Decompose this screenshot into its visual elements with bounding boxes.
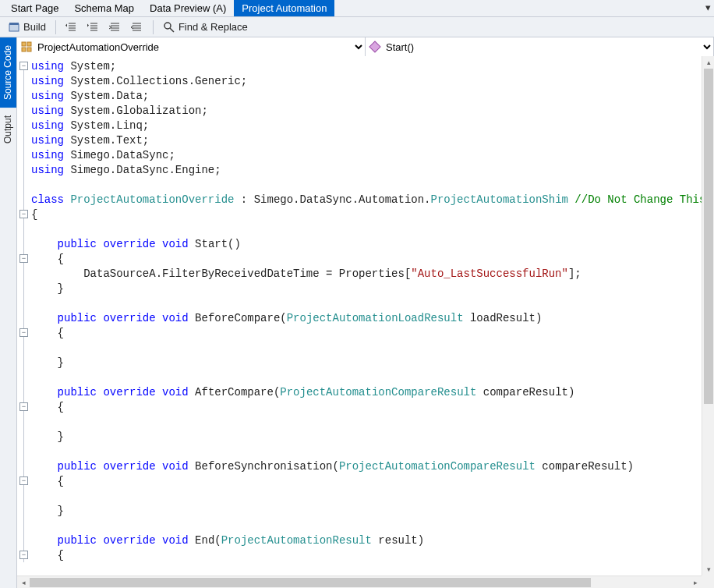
code-line[interactable]: { xyxy=(31,474,702,489)
svg-point-2 xyxy=(164,23,171,29)
class-dropdown-wrap: ProjectAutomationOverride xyxy=(17,37,366,55)
fold-toggle[interactable]: − xyxy=(19,476,28,485)
vertical-scrollbar[interactable]: ▴ ▾ xyxy=(702,56,714,576)
code-line[interactable]: using Simego.DataSync; xyxy=(31,148,702,163)
uncomment-button[interactable] xyxy=(128,19,147,35)
scroll-corner xyxy=(702,576,714,588)
horizontal-scrollbar[interactable]: ◂ ▸ xyxy=(17,576,702,588)
code-line[interactable]: } xyxy=(31,282,702,296)
member-dropdown[interactable]: Start() xyxy=(366,37,714,56)
tabstrip-spacer xyxy=(334,0,702,16)
fold-toggle[interactable]: − xyxy=(19,328,28,337)
toolbar-sep-2 xyxy=(153,20,154,34)
tab-project-automation[interactable]: Project Automation xyxy=(234,0,334,16)
indent-decrease-button[interactable] xyxy=(62,19,81,35)
code-line[interactable]: { xyxy=(31,252,702,267)
svg-rect-0 xyxy=(9,24,19,31)
search-icon xyxy=(163,21,175,34)
tabstrip-overflow-button[interactable]: ▾ xyxy=(702,0,714,16)
code-line[interactable]: public override void BeforeSynchronisati… xyxy=(31,459,702,474)
scroll-up-button[interactable]: ▴ xyxy=(702,56,714,69)
comment-button[interactable] xyxy=(106,19,125,35)
code-line[interactable]: public override void Start() xyxy=(31,237,702,252)
code-line[interactable] xyxy=(31,519,702,533)
svg-rect-1 xyxy=(9,23,19,25)
code-line[interactable] xyxy=(31,370,702,385)
code-line[interactable]: } xyxy=(31,430,702,445)
top-tabstrip: Start Page Schema Map Data Preview (A) P… xyxy=(0,0,714,17)
side-tab-source-code[interactable]: Source Code xyxy=(0,37,16,108)
navigation-bar: ProjectAutomationOverride Start() xyxy=(17,37,714,56)
side-tab-output[interactable]: Output xyxy=(0,108,16,151)
build-label: Build xyxy=(23,20,46,34)
fold-gutter: −−−−−−− xyxy=(17,56,31,576)
find-replace-button[interactable]: Find & Replace xyxy=(160,19,251,36)
fold-toggle[interactable]: − xyxy=(19,254,28,263)
code-line[interactable]: using System.Linq; xyxy=(31,119,702,133)
code-text-area[interactable]: using System;using System.Collections.Ge… xyxy=(31,56,702,576)
code-line[interactable] xyxy=(31,296,702,311)
comment-icon xyxy=(109,21,122,34)
scroll-right-button[interactable]: ▸ xyxy=(689,576,702,588)
tab-schema-map[interactable]: Schema Map xyxy=(66,0,142,16)
fold-toggle[interactable]: − xyxy=(19,402,28,411)
code-line[interactable] xyxy=(31,341,702,356)
code-line[interactable]: using System.Globalization; xyxy=(31,104,702,119)
code-line[interactable]: public override void End(ProjectAutomati… xyxy=(31,533,702,548)
code-line[interactable]: public override void BeforeCompare(Proje… xyxy=(31,311,702,326)
build-icon xyxy=(8,21,20,34)
code-line[interactable]: { xyxy=(31,400,702,415)
code-line[interactable] xyxy=(31,222,702,237)
fold-toggle[interactable]: − xyxy=(19,210,28,218)
indent-decrease-icon xyxy=(65,21,78,34)
toolbar: Build Find & Replace xyxy=(0,17,714,37)
svg-line-3 xyxy=(170,28,174,32)
indent-increase-button[interactable] xyxy=(84,19,103,35)
tab-start-page[interactable]: Start Page xyxy=(3,0,66,16)
code-line[interactable]: using System.Data; xyxy=(31,89,702,104)
scroll-left-button[interactable]: ◂ xyxy=(17,576,30,588)
code-line[interactable]: using System; xyxy=(31,59,702,74)
uncomment-icon xyxy=(131,21,143,34)
find-replace-label: Find & Replace xyxy=(178,20,248,34)
vertical-scroll-thumb[interactable] xyxy=(704,69,713,404)
code-line[interactable]: class ProjectAutomationOverride : Simego… xyxy=(31,193,702,207)
class-dropdown[interactable]: ProjectAutomationOverride xyxy=(17,37,366,56)
main-area: Source Code Output ProjectAutomationOver… xyxy=(0,37,714,588)
fold-toggle[interactable]: − xyxy=(19,62,28,70)
build-button[interactable]: Build xyxy=(5,19,49,36)
scroll-down-button[interactable]: ▾ xyxy=(702,563,714,576)
code-line[interactable] xyxy=(31,415,702,430)
code-line[interactable]: using System.Text; xyxy=(31,133,702,148)
code-line[interactable]: using System.Collections.Generic; xyxy=(31,74,702,89)
horizontal-scroll-thumb[interactable] xyxy=(30,578,591,587)
code-line[interactable]: public override void AfterCompare(Projec… xyxy=(31,385,702,400)
toolbar-sep-1 xyxy=(55,20,56,34)
code-line[interactable]: DataSourceA.FilterByReceivedDateTime = P… xyxy=(31,267,702,282)
side-tabstrip: Source Code Output xyxy=(0,37,17,588)
code-line[interactable]: } xyxy=(31,504,702,519)
code-line[interactable]: { xyxy=(31,326,702,341)
code-line[interactable] xyxy=(31,489,702,504)
code-line[interactable]: } xyxy=(31,356,702,370)
code-line[interactable]: { xyxy=(31,207,702,222)
code-line[interactable] xyxy=(31,445,702,459)
code-line[interactable]: { xyxy=(31,548,702,563)
editor-column: ProjectAutomationOverride Start() −−−−−−… xyxy=(17,37,714,588)
code-editor[interactable]: −−−−−−− using System;using System.Collec… xyxy=(17,56,714,588)
indent-increase-icon xyxy=(87,21,100,34)
member-dropdown-wrap: Start() xyxy=(366,37,714,55)
tab-data-preview-a[interactable]: Data Preview (A) xyxy=(142,0,234,16)
fold-toggle[interactable]: − xyxy=(19,551,28,559)
code-line[interactable]: using Simego.DataSync.Engine; xyxy=(31,163,702,178)
code-line[interactable] xyxy=(31,178,702,193)
